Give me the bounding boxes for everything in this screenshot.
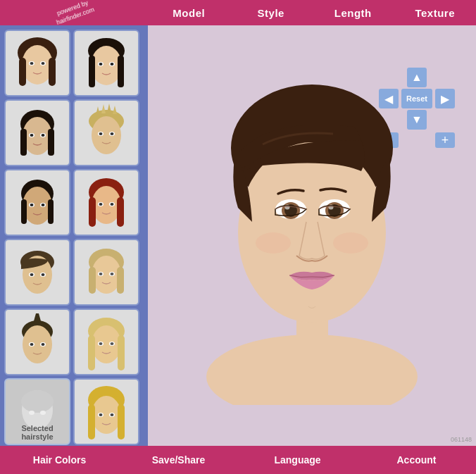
powered-by-badge: powered byhairfinder.com: [0, 0, 148, 25]
svg-point-104: [333, 232, 368, 254]
svg-point-72: [92, 325, 121, 363]
svg-point-103: [256, 232, 291, 254]
svg-rect-85: [88, 404, 95, 439]
svg-rect-3: [49, 58, 56, 86]
svg-point-5: [30, 62, 34, 65]
svg-point-43: [92, 186, 121, 224]
hairstyle-1[interactable]: [4, 30, 70, 96]
nav-texture[interactable]: Texture: [394, 1, 477, 25]
svg-point-21: [30, 134, 34, 137]
svg-rect-2: [19, 58, 26, 86]
hair-row-4: [4, 239, 144, 306]
svg-rect-36: [21, 199, 27, 224]
bottom-account[interactable]: Account: [357, 447, 476, 473]
selected-hairstyle-label: Selected hairstyle: [6, 424, 69, 441]
svg-point-1: [22, 45, 53, 85]
svg-point-66: [23, 325, 52, 363]
svg-point-90: [111, 413, 114, 416]
bottom-language[interactable]: Language: [238, 447, 357, 473]
svg-point-31: [99, 132, 103, 135]
nav-length[interactable]: Length: [312, 1, 394, 25]
hair-row-1: [4, 30, 144, 96]
svg-point-33: [111, 132, 114, 135]
svg-point-53: [30, 273, 34, 276]
svg-rect-58: [89, 267, 96, 294]
zoom-in-button[interactable]: +: [435, 132, 455, 148]
powered-by-text: powered byhairfinder.com: [52, 0, 95, 27]
svg-point-23: [42, 134, 45, 137]
hairstyle-9[interactable]: [4, 308, 70, 375]
svg-point-41: [42, 204, 45, 206]
svg-point-61: [99, 273, 103, 275]
hair-row-5: [4, 308, 144, 375]
hairstyle-6[interactable]: [73, 169, 139, 236]
svg-marker-27: [107, 104, 111, 113]
svg-rect-73: [88, 335, 95, 370]
svg-rect-10: [89, 56, 95, 87]
bottom-save-share[interactable]: Save/Share: [119, 447, 238, 473]
svg-marker-26: [101, 104, 106, 113]
svg-rect-44: [89, 197, 96, 227]
hairstyle-5[interactable]: [4, 169, 70, 236]
svg-marker-28: [113, 106, 117, 114]
hairstyle-11-selected[interactable]: Selected hairstyle: [4, 378, 70, 445]
hairstyle-10[interactable]: [73, 308, 139, 375]
svg-point-55: [42, 273, 45, 276]
svg-rect-19: [48, 129, 54, 156]
svg-point-70: [42, 343, 45, 346]
svg-rect-11: [118, 56, 124, 87]
hair-row-3: [4, 169, 144, 236]
svg-point-78: [111, 342, 114, 345]
svg-rect-45: [117, 197, 124, 227]
svg-point-93: [206, 335, 418, 405]
svg-point-17: [23, 117, 52, 155]
svg-point-15: [111, 63, 114, 66]
svg-point-47: [99, 203, 103, 206]
nav-model[interactable]: Model: [148, 1, 230, 25]
version-tag: 061148: [451, 436, 472, 443]
content-area: ▲ ◀ Reset ▶ ▼ − +: [148, 25, 476, 446]
hairstyle-2[interactable]: [73, 30, 139, 96]
svg-point-94: [238, 142, 386, 323]
model-face: [192, 67, 432, 405]
sidebar: Selected hairstyle: [0, 25, 148, 446]
svg-point-29: [92, 116, 121, 154]
hairstyle-4[interactable]: [73, 99, 139, 166]
svg-rect-74: [118, 335, 125, 370]
svg-point-63: [111, 273, 114, 275]
hairstyle-3[interactable]: [4, 99, 70, 166]
svg-point-49: [111, 203, 114, 206]
svg-point-84: [92, 396, 121, 434]
svg-point-81: [29, 411, 35, 415]
nav-style[interactable]: Style: [230, 1, 313, 25]
model-svg: [192, 67, 432, 405]
svg-rect-37: [48, 199, 54, 224]
svg-point-9: [91, 46, 122, 85]
svg-point-35: [23, 187, 52, 225]
svg-point-13: [99, 63, 103, 66]
svg-marker-65: [32, 313, 42, 326]
bottom-bar: Hair Colors Save/Share Language Account: [0, 446, 476, 474]
svg-rect-18: [20, 129, 27, 156]
svg-point-57: [92, 256, 121, 294]
hairstyle-12[interactable]: [73, 378, 139, 445]
svg-point-88: [99, 413, 103, 416]
svg-point-80: [21, 390, 54, 413]
move-right-button[interactable]: ▶: [435, 89, 455, 108]
main-area: Selected hairstyle: [0, 25, 476, 446]
top-navigation: Model Style Length Texture: [148, 0, 476, 25]
svg-point-7: [42, 62, 45, 65]
svg-point-39: [30, 204, 34, 206]
svg-point-82: [40, 411, 46, 415]
hairstyle-7[interactable]: [4, 239, 70, 306]
svg-point-76: [99, 342, 103, 345]
svg-rect-86: [118, 404, 125, 439]
hair-row-2: [4, 99, 144, 166]
svg-rect-59: [117, 267, 124, 294]
svg-point-68: [30, 343, 34, 346]
bottom-hair-colors[interactable]: Hair Colors: [0, 447, 119, 473]
hairstyle-8[interactable]: [73, 239, 139, 306]
hair-row-6: Selected hairstyle: [4, 378, 144, 445]
